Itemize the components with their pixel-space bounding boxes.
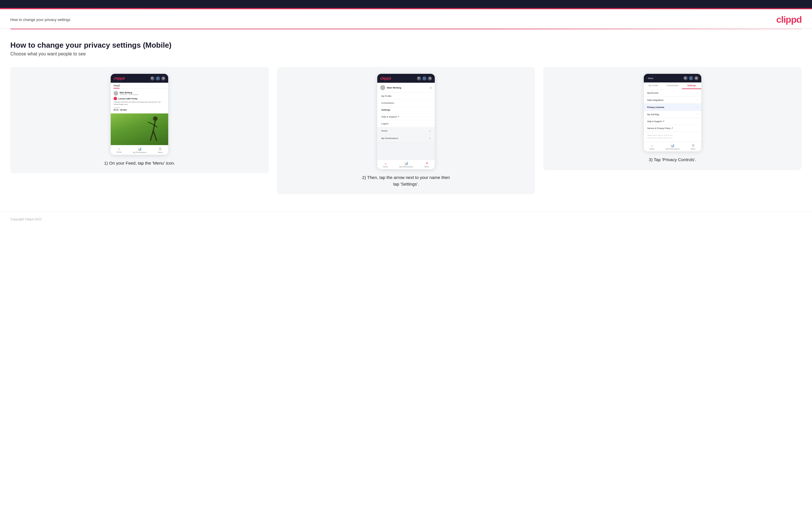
settings-item-help[interactable]: Help & Support ↗ <box>644 118 701 125</box>
phone1-bottom-nav: ⌂ Home 📊 My Performance ☰ Menu <box>111 145 168 155</box>
svg-point-0 <box>153 116 158 121</box>
nav-performance[interactable]: 📊 My Performance <box>133 147 147 153</box>
performance-label2: My Performance <box>399 166 413 168</box>
step-2-phone: clippd 🔍 👤 ⚙ Blair McHarg <box>377 74 435 169</box>
nav2-close[interactable]: ✕ Menu <box>424 161 429 168</box>
page-subheading: Choose what you want people to see <box>10 51 802 57</box>
settings-icon[interactable]: ⚙ <box>161 76 165 80</box>
settings-item-account[interactable]: My Account › <box>644 89 701 97</box>
close-label: Menu <box>424 166 429 168</box>
settings-item-integrations[interactable]: Data Integrations › <box>644 97 701 104</box>
nav-menu[interactable]: ☰ Menu <box>158 147 162 153</box>
integrations-chevron-icon: › <box>697 99 698 101</box>
menu-item-profile[interactable]: My Profile <box>377 93 435 100</box>
user-icon[interactable]: 👤 <box>156 76 160 80</box>
settings-item-privacy[interactable]: Privacy Controls › <box>644 104 701 111</box>
nav3-menu[interactable]: ☰ Menu <box>691 144 696 150</box>
feed-date: Yesterday · Sunningdale <box>119 94 138 95</box>
feed-image <box>111 113 168 145</box>
search-icon[interactable]: 🔍 <box>150 76 154 80</box>
feed-username: Blair McHarg <box>119 92 138 94</box>
menu-user-left: Blair McHarg <box>380 85 401 90</box>
performance-icon2: 📊 <box>404 161 408 165</box>
feed-avatar <box>113 91 118 96</box>
home-section-label: Home <box>381 129 387 132</box>
top-bar <box>0 0 812 8</box>
nav-home[interactable]: ⌂ Home <box>116 147 121 153</box>
tab-connections[interactable]: Connections <box>663 82 682 89</box>
settings-icon3[interactable]: ⚙ <box>695 76 699 80</box>
nav3-home[interactable]: ⌂ Home <box>649 144 654 150</box>
nav2-performance[interactable]: 📊 My Performance <box>399 161 413 168</box>
menu-item-logout[interactable]: Logout <box>377 120 435 127</box>
settings-item-service[interactable]: Service & Privacy Policy ↗ <box>644 125 701 132</box>
menu-icon: ☰ <box>159 147 162 151</box>
settings-icon2[interactable]: ⚙ <box>428 76 432 80</box>
tab-my-profile[interactable]: My Profile <box>644 82 663 89</box>
performance-label: My Performance <box>133 151 147 153</box>
integrations-label: Data Integrations <box>647 99 664 101</box>
menu-section-home-row[interactable]: Home ∨ <box>377 127 435 134</box>
menu-section-performance-row[interactable]: My Performance ∨ <box>377 135 435 142</box>
feed-tab-label: Feed <box>113 84 119 89</box>
performance-label3: My Performance <box>666 148 679 150</box>
feed-user-row: Blair McHarg Yesterday · Sunningdale <box>113 91 165 96</box>
page-heading: How to change your privacy settings (Mob… <box>10 41 802 50</box>
nav3-performance[interactable]: 📊 My Performance <box>666 144 679 150</box>
nav2-home[interactable]: ⌂ Home <box>383 162 388 168</box>
phone1-header: clippd 🔍 👤 ⚙ <box>111 74 168 83</box>
main-content: How to change your privacy settings (Mob… <box>0 29 812 211</box>
svg-line-2 <box>150 131 153 141</box>
menu-user-row[interactable]: Blair McHarg ∧ <box>377 83 435 93</box>
home-label: Home <box>116 151 121 153</box>
phone2-body: Blair McHarg ∧ My Profile Connections Se… <box>377 83 435 159</box>
step-1-card: clippd 🔍 👤 ⚙ Feed Blair M <box>10 67 269 173</box>
header: How to change your privacy settings clip… <box>0 9 812 29</box>
phone1-logo: clippd <box>113 76 124 80</box>
svg-line-4 <box>148 122 153 124</box>
phone2-logo: clippd <box>380 76 391 80</box>
performance-chevron-icon: ∨ <box>429 137 431 140</box>
menu-username: Blair McHarg <box>387 87 401 89</box>
back-button[interactable]: ‹ Back <box>647 77 653 79</box>
service-label: Service & Privacy Policy ↗ <box>647 127 673 129</box>
step-3-card: ‹ Back 🔍 👤 ⚙ My Profile Connections Sett… <box>543 67 802 170</box>
help-label: Help & Support ↗ <box>647 120 664 123</box>
search-icon3[interactable]: 🔍 <box>683 76 688 80</box>
performance-section-label: My Performance <box>381 137 398 139</box>
home-icon2: ⌂ <box>385 162 387 165</box>
menu-item-settings[interactable]: Settings <box>377 107 435 113</box>
step-3-phone: ‹ Back 🔍 👤 ⚙ My Profile Connections Sett… <box>644 74 701 151</box>
feed-duration-value: 01 hr : 30 min <box>113 109 165 111</box>
phone3-header: ‹ Back 🔍 👤 ⚙ <box>644 74 701 82</box>
step-1-phone: clippd 🔍 👤 ⚙ Feed Blair M <box>111 74 168 155</box>
version-sql: SQL Server Version: 2022.7.30-1 <box>647 137 698 139</box>
step-3-caption: 3) Tap 'Privacy Controls'. <box>649 157 696 163</box>
tab-settings[interactable]: Settings <box>682 82 701 89</box>
feed-tab[interactable]: Feed <box>111 83 168 89</box>
feed-user-info: Blair McHarg Yesterday · Sunningdale <box>119 92 138 95</box>
menu-avatar <box>380 85 385 90</box>
feed-lesson-title: Lesson with Fordy <box>118 97 137 100</box>
version-client: Clippd Client Version: 2022.8.3-3 <box>647 134 698 137</box>
home-label3: Home <box>649 148 654 150</box>
home-label2: Home <box>383 166 388 168</box>
search-icon2[interactable]: 🔍 <box>417 76 421 80</box>
menu-label: Menu <box>158 151 162 153</box>
expand-icon[interactable]: ∧ <box>430 86 432 89</box>
user-icon3[interactable]: 👤 <box>689 76 693 80</box>
menu-item-help[interactable]: Help & Support ↗ <box>377 113 435 120</box>
performance-icon: 📊 <box>138 147 142 151</box>
settings-item-golf-bag[interactable]: My Golf Bag › <box>644 111 701 118</box>
menu-item-connections[interactable]: Connections <box>377 100 435 107</box>
account-label: My Account <box>647 92 658 94</box>
user-icon2[interactable]: 👤 <box>422 76 426 80</box>
back-chevron-icon: ‹ <box>647 77 648 79</box>
logo: clippd <box>776 14 802 25</box>
golfer-silhouette <box>111 113 168 145</box>
menu-section-home: Home ∨ <box>377 127 435 135</box>
back-label: Back <box>648 77 653 79</box>
feed-description: Looking to feel like my hands are exitin… <box>113 101 165 106</box>
version-info: Clippd Client Version: 2022.8.3-3 SQL Se… <box>644 132 701 142</box>
phone1-icons: 🔍 👤 ⚙ <box>150 76 165 80</box>
